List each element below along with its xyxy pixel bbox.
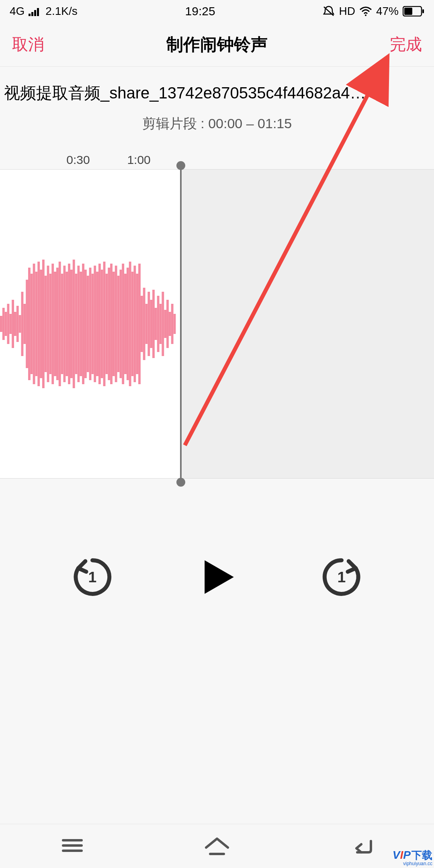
svg-rect-19 [23,304,26,344]
status-bar: 4G 2.1K/s 19:25 HD 47% [0,0,434,23]
svg-rect-28 [45,276,47,372]
svg-rect-37 [66,272,68,376]
svg-rect-7 [404,8,412,15]
clock: 19:25 [185,4,215,18]
outside-selection-mask [180,170,434,478]
svg-rect-35 [61,274,63,374]
waveform-graphic [0,170,195,478]
svg-rect-51 [98,264,101,384]
network-speed: 2.1K/s [45,5,77,18]
svg-rect-38 [68,264,70,384]
svg-rect-11 [5,312,7,336]
svg-rect-71 [145,304,148,344]
svg-rect-34 [59,262,61,386]
svg-rect-12 [7,304,9,344]
back-button[interactable] [348,835,376,857]
svg-rect-42 [77,266,80,382]
svg-rect-9 [0,316,2,332]
svg-rect-36 [63,266,66,382]
svg-rect-14 [12,300,14,348]
svg-rect-82 [171,304,174,344]
svg-rect-81 [169,312,171,336]
svg-rect-18 [21,292,23,356]
svg-rect-30 [49,274,51,374]
svg-rect-59 [117,276,120,372]
tick-0-30: 0:30 [66,153,90,167]
svg-rect-16 [16,306,19,342]
clip-range-label: 剪辑片段 : 00:00 – 01:15 [0,112,434,149]
svg-rect-22 [31,274,33,374]
svg-rect-62 [124,274,127,374]
svg-rect-52 [101,270,103,378]
svg-rect-43 [80,272,82,376]
svg-rect-56 [110,264,113,384]
trim-handle[interactable] [180,166,182,482]
svg-rect-75 [155,308,157,340]
svg-rect-44 [82,264,84,384]
svg-rect-15 [14,312,16,336]
svg-rect-54 [105,274,108,374]
status-right: HD 47% [323,5,424,18]
svg-rect-32 [54,272,56,376]
svg-rect-33 [56,268,59,380]
signal-icon [29,6,41,16]
home-button[interactable] [203,835,231,857]
svg-rect-0 [29,14,31,16]
svg-rect-10 [2,308,5,340]
svg-rect-67 [136,274,138,374]
watermark-sub: viphuiyuan.cc [393,861,432,866]
svg-rect-65 [131,272,134,376]
svg-rect-57 [113,272,115,376]
svg-text:1: 1 [88,569,97,585]
svg-rect-73 [150,300,152,348]
waveform-editor[interactable] [0,169,434,479]
svg-rect-25 [37,262,40,386]
svg-point-5 [365,14,366,16]
svg-rect-64 [129,262,131,386]
svg-rect-80 [166,300,169,348]
nav-bar: 取消 制作闹钟铃声 完成 [0,23,434,67]
playback-controls: 1 1 [0,555,434,599]
cancel-button[interactable]: 取消 [12,33,44,55]
svg-rect-23 [33,264,35,384]
svg-rect-70 [143,288,145,360]
svg-text:1: 1 [338,569,346,585]
svg-rect-49 [94,266,96,382]
svg-rect-48 [91,274,94,374]
svg-rect-79 [164,310,166,338]
svg-rect-45 [84,270,87,378]
forward-1s-button[interactable]: 1 [319,555,364,599]
battery-pct: 47% [376,5,399,18]
wifi-icon [359,6,372,16]
svg-rect-39 [70,270,73,378]
svg-rect-13 [9,314,12,334]
svg-rect-55 [108,268,110,380]
svg-rect-76 [157,296,160,352]
timeline-ticks: 0:30 1:00 [0,149,434,169]
svg-rect-27 [42,260,45,388]
svg-rect-3 [37,8,39,16]
play-button[interactable] [195,555,239,599]
svg-rect-41 [75,274,78,374]
svg-rect-66 [133,266,136,382]
svg-rect-29 [47,266,49,382]
mute-icon [323,5,335,17]
done-button[interactable]: 完成 [390,33,422,55]
file-name: 视频提取音频_share_13742e870535c4f44682a4… [0,67,434,112]
svg-rect-78 [162,292,164,356]
rewind-1s-button[interactable]: 1 [70,555,115,599]
tick-1-00: 1:00 [127,153,150,167]
svg-rect-69 [141,296,143,352]
svg-rect-40 [73,260,75,388]
battery-icon [403,6,424,16]
svg-rect-2 [34,10,36,16]
network-type: 4G [10,5,25,18]
svg-rect-1 [31,12,33,16]
recent-apps-button[interactable] [58,835,86,857]
svg-marker-86 [205,560,234,594]
svg-rect-72 [147,292,150,356]
svg-rect-20 [26,280,28,368]
svg-rect-68 [138,264,141,384]
svg-rect-24 [35,272,37,376]
svg-rect-83 [174,314,176,334]
